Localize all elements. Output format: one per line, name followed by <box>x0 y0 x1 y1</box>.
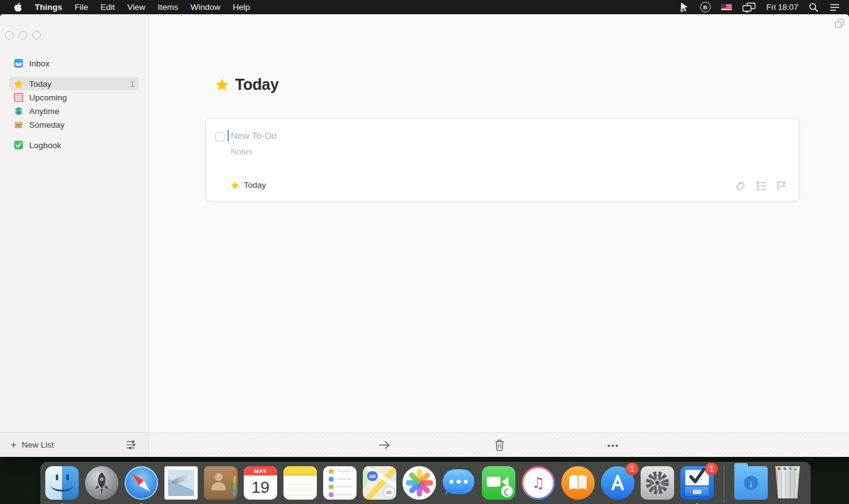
notification-badge: 1 <box>705 462 718 475</box>
pointer-status-icon[interactable] <box>679 2 690 12</box>
dock-item-trash[interactable] <box>774 466 807 500</box>
itunes-icon: ♫ <box>522 466 555 500</box>
menu-view[interactable]: View <box>121 0 151 14</box>
duplicate-windows-icon <box>835 19 845 29</box>
sidebar-item-anytime[interactable]: Anytime <box>9 104 139 118</box>
menu-window[interactable]: Window <box>184 0 226 14</box>
sliders-icon <box>125 440 136 450</box>
sidebar-item-someday[interactable]: Someday <box>9 118 139 131</box>
trash-icon <box>774 466 801 498</box>
menu-items[interactable]: Items <box>151 0 184 14</box>
dock: MAY 19 280 3D <box>40 462 811 504</box>
inbox-icon <box>14 58 24 68</box>
dock-item-ibooks[interactable] <box>561 466 595 500</box>
dock-item-app-store[interactable]: 1 <box>601 466 634 500</box>
todo-checkbox[interactable] <box>215 132 224 141</box>
sidebar-item-label: Today <box>29 79 51 89</box>
dock-item-calendar[interactable]: MAY 19 <box>244 466 277 500</box>
menu-help[interactable]: Help <box>226 0 256 14</box>
page-title: Today <box>215 76 278 94</box>
dock-separator <box>724 466 724 502</box>
sidebar-bottom-bar: + New List <box>0 432 148 457</box>
notification-badge: 1 <box>626 462 639 475</box>
reminders-icon <box>323 466 357 500</box>
sidebar-item-upcoming[interactable]: Upcoming <box>9 91 139 104</box>
anytime-layers-icon <box>14 106 24 116</box>
dock-item-system-preferences[interactable] <box>641 466 674 500</box>
add-checklist-button[interactable] <box>756 180 767 192</box>
menu-bar: Things File Edit View Items Window Help … <box>0 0 849 14</box>
calendar-icon: MAY 19 <box>244 466 277 500</box>
sidebar-item-label: Someday <box>29 120 64 130</box>
dock-item-notes[interactable] <box>283 466 317 500</box>
ibooks-icon <box>561 466 595 500</box>
add-deadline-flag-button[interactable] <box>776 180 787 192</box>
more-actions-button[interactable]: ••• <box>605 438 621 453</box>
sidebar-item-logbook[interactable]: Logbook <box>9 138 139 152</box>
dock-item-launchpad[interactable] <box>85 466 118 500</box>
apple-icon <box>14 2 22 12</box>
desktop: { "colors": { "accent_star": "#FFC40C", … <box>0 0 849 504</box>
dock-item-itunes[interactable]: ♫ <box>522 466 555 500</box>
sidebar-item-label: Upcoming <box>29 93 67 102</box>
safari-icon <box>125 466 158 500</box>
ellipsis-icon: ••• <box>607 441 620 450</box>
close-button[interactable] <box>5 31 14 40</box>
dock-item-mail[interactable] <box>164 466 198 500</box>
calendar-month: MAY <box>244 466 277 475</box>
text-caret <box>228 130 229 141</box>
today-star-icon <box>231 181 239 190</box>
sidebar-item-inbox[interactable]: Inbox <box>9 56 139 70</box>
spotlight-search-icon[interactable] <box>809 2 819 12</box>
notification-center-icon[interactable] <box>829 3 840 12</box>
contacts-icon <box>204 466 238 500</box>
someday-box-icon <box>14 120 24 130</box>
zoom-button[interactable] <box>32 31 41 40</box>
add-tag-button[interactable] <box>735 180 747 192</box>
app-menu-things[interactable]: Things <box>29 0 68 14</box>
sidebar-item-label: Logbook <box>29 141 61 150</box>
dock-item-photos[interactable] <box>402 466 436 500</box>
move-button[interactable] <box>376 438 393 453</box>
new-list-button[interactable]: + New List <box>0 440 54 450</box>
download-arrow-glyph: ↓ <box>744 476 758 490</box>
dock-item-safari[interactable] <box>125 466 158 500</box>
dock-item-maps[interactable]: 280 3D <box>363 466 396 500</box>
displays-status-icon[interactable] <box>742 2 756 12</box>
minimize-button[interactable] <box>19 31 27 40</box>
bottom-toolbar: ••• <box>149 432 849 457</box>
dock-item-contacts[interactable] <box>204 466 238 500</box>
b-app-status-icon[interactable]: B <box>700 2 711 12</box>
today-star-icon <box>215 78 229 92</box>
todo-notes-input[interactable]: Notes <box>231 147 252 156</box>
window-controls <box>5 31 41 40</box>
upcoming-calendar-icon <box>14 92 24 102</box>
menu-edit[interactable]: Edit <box>94 0 121 14</box>
dock-item-reminders[interactable] <box>323 466 357 500</box>
finder-icon <box>45 466 79 500</box>
dock-item-finder[interactable] <box>45 466 79 500</box>
delete-button[interactable] <box>491 438 507 453</box>
arrow-right-icon <box>378 440 391 450</box>
new-todo-card[interactable]: New To-Do Notes Today <box>205 118 799 201</box>
mail-icon <box>164 466 198 500</box>
dock-item-facetime[interactable] <box>482 466 515 500</box>
menu-clock[interactable]: Fri 18:07 <box>767 2 798 12</box>
window-duplicate-button[interactable] <box>835 19 845 29</box>
today-count-badge: 1 <box>130 79 135 89</box>
downloads-folder-icon: ↓ <box>734 466 768 500</box>
todo-title-input[interactable]: New To-Do <box>231 130 277 141</box>
dock-item-downloads[interactable]: ↓ <box>734 466 768 500</box>
apple-menu[interactable] <box>7 2 29 12</box>
todo-when-label: Today <box>244 180 266 190</box>
menu-file[interactable]: File <box>68 0 94 14</box>
page-title-text: Today <box>235 76 278 94</box>
sidebar-item-today[interactable]: Today 1 <box>9 77 139 91</box>
launchpad-icon <box>85 466 118 500</box>
dock-item-messages[interactable] <box>442 466 476 500</box>
notes-icon <box>283 466 317 500</box>
todo-when-button[interactable]: Today <box>231 180 266 190</box>
list-settings-button[interactable] <box>125 440 136 450</box>
input-source-flag-icon[interactable] <box>721 4 732 11</box>
dock-item-things[interactable]: 1 <box>680 466 714 500</box>
